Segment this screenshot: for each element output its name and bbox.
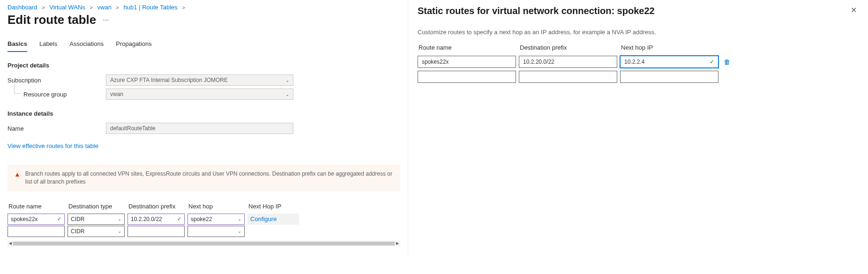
- delete-row-button[interactable]: 🗑: [721, 58, 733, 66]
- destination-prefix-input[interactable]: [127, 226, 185, 237]
- destination-type-select[interactable]: CIDR ⌄: [67, 214, 125, 225]
- breadcrumb-hub1-route-tables[interactable]: hub1 | Route Tables: [124, 4, 178, 11]
- breadcrumb-dashboard[interactable]: Dashboard: [7, 4, 37, 11]
- static-routes-table: Route name Destination prefix Next hop I…: [418, 42, 859, 83]
- col-destination-type: Destination type: [67, 200, 125, 213]
- route-name-input[interactable]: [418, 71, 516, 83]
- col-next-hop-ip: Next Hop IP: [247, 200, 299, 213]
- section-project-details: Project details: [7, 62, 400, 69]
- resource-group-select[interactable]: vwan ⌄: [106, 89, 293, 100]
- scroll-left-icon[interactable]: ◀: [7, 241, 13, 246]
- chevron-right-icon: >: [90, 5, 93, 10]
- page-title: Edit route table: [7, 13, 96, 27]
- trash-icon: 🗑: [724, 58, 730, 66]
- info-banner-text: Branch routes apply to all connected VPN…: [25, 170, 394, 186]
- tab-basics[interactable]: Basics: [7, 40, 27, 52]
- panel-description: Customize routes to specify a next hop a…: [418, 29, 859, 36]
- col-route-name: Route name: [7, 200, 65, 213]
- name-label: Name: [7, 125, 106, 132]
- resource-group-value: vwan: [110, 91, 123, 97]
- scroll-thumb[interactable]: [13, 242, 395, 245]
- chevron-down-icon: ⌄: [285, 78, 289, 83]
- breadcrumb: Dashboard > Virtual WANs > vwan > hub1 |…: [7, 4, 400, 11]
- view-effective-routes-link[interactable]: View effective routes for this table: [7, 142, 98, 149]
- chevron-down-icon: ⌄: [285, 92, 289, 97]
- scroll-right-icon[interactable]: ▶: [395, 241, 400, 246]
- tab-propagations[interactable]: Propagations: [116, 40, 152, 52]
- configure-link: [247, 226, 299, 237]
- destination-prefix-input[interactable]: 10.2.20.0/22: [519, 56, 617, 68]
- chevron-right-icon: >: [42, 5, 45, 10]
- col-next-hop-ip: Next hop IP: [620, 42, 718, 53]
- resource-group-label: Resource group: [7, 91, 106, 98]
- col-next-hop: Next hop: [187, 200, 245, 213]
- destination-prefix-input[interactable]: [519, 71, 617, 83]
- chevron-down-icon: ⌄: [238, 216, 241, 222]
- chevron-down-icon: ⌄: [118, 216, 121, 222]
- tab-labels[interactable]: Labels: [39, 40, 57, 52]
- chevron-down-icon: ⌄: [238, 229, 241, 234]
- check-icon: ✓: [57, 216, 61, 222]
- configure-link[interactable]: Configure: [247, 214, 299, 225]
- subscription-select[interactable]: Azure CXP FTA Internal Subscription JOMO…: [106, 74, 293, 86]
- panel-title: Static routes for virtual network connec…: [418, 6, 655, 16]
- check-icon: ✓: [710, 59, 714, 65]
- check-icon: ✓: [177, 216, 181, 222]
- col-destination-prefix: Destination prefix: [127, 200, 185, 213]
- tab-associations[interactable]: Associations: [69, 40, 104, 52]
- col-route-name: Route name: [418, 42, 516, 53]
- breadcrumb-vwan[interactable]: vwan: [97, 4, 112, 11]
- horizontal-scrollbar[interactable]: ◀ ▶: [7, 241, 400, 246]
- warning-icon: ▲: [14, 170, 21, 186]
- route-name-input[interactable]: spokes22x: [418, 56, 516, 68]
- col-destination-prefix: Destination prefix: [519, 42, 617, 53]
- next-hop-select[interactable]: ⌄: [187, 226, 245, 237]
- close-icon[interactable]: ✕: [849, 4, 859, 16]
- destination-prefix-input[interactable]: 10.2.20.0/22 ✓: [127, 214, 185, 225]
- info-banner: ▲ Branch routes apply to all connected V…: [7, 164, 400, 192]
- section-instance-details: Instance details: [7, 110, 400, 117]
- name-value: defaultRouteTable: [110, 125, 156, 132]
- tree-connector-icon: [14, 84, 21, 94]
- tabs: Basics Labels Associations Propagations: [7, 40, 400, 52]
- route-name-input[interactable]: [7, 226, 65, 237]
- route-name-input[interactable]: spokes22x ✓: [7, 214, 65, 225]
- chevron-right-icon: >: [116, 5, 119, 10]
- breadcrumb-virtual-wans[interactable]: Virtual WANs: [49, 4, 85, 11]
- name-input[interactable]: defaultRouteTable: [106, 123, 293, 134]
- subscription-value: Azure CXP FTA Internal Subscription JOMO…: [110, 77, 228, 83]
- chevron-down-icon: ⌄: [118, 229, 121, 234]
- chevron-right-icon: >: [182, 5, 185, 10]
- subscription-label: Subscription: [7, 77, 106, 84]
- next-hop-ip-input[interactable]: [620, 71, 718, 83]
- next-hop-select[interactable]: spoke22 ⌄: [187, 214, 245, 225]
- more-icon[interactable]: ···: [101, 16, 111, 24]
- routes-table: Route name Destination type Destination …: [7, 200, 400, 237]
- next-hop-ip-input[interactable]: 10.2.2.4 ✓: [620, 56, 718, 68]
- destination-type-select[interactable]: CIDR ⌄: [67, 226, 125, 237]
